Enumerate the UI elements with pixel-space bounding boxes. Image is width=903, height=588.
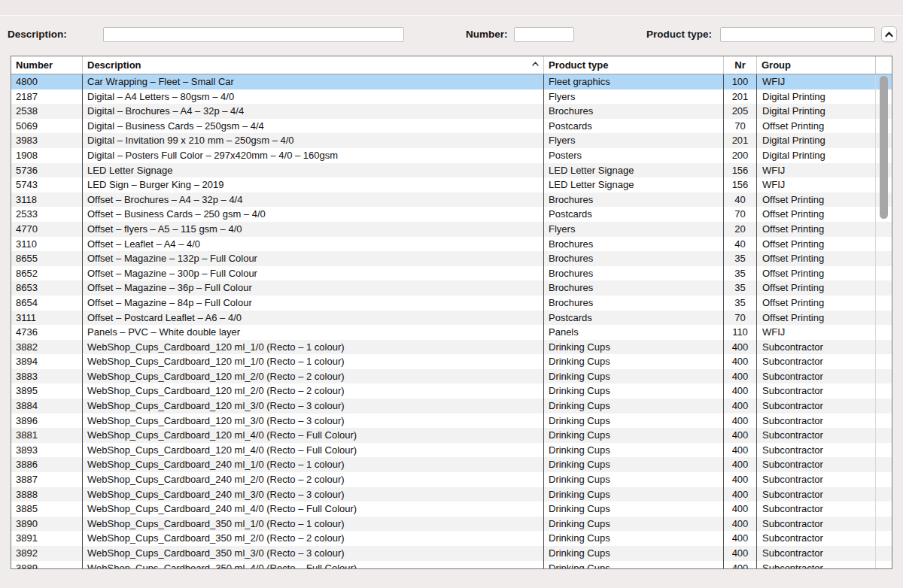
cell-product-type: LED Letter Signage [544, 163, 724, 178]
table-row[interactable]: 8652 Offset – Magazine – 300p – Full Col… [11, 266, 892, 281]
table-row[interactable]: 4736 Panels – PVC – White double layer P… [11, 325, 892, 340]
cell-scroll-gutter [876, 237, 892, 252]
cell-description: Panels – PVC – White double layer [83, 325, 544, 340]
table-row[interactable]: 2533 Offset – Business Cards – 250 gsm –… [11, 207, 892, 222]
table-row[interactable]: 1908 Digital – Posters Full Color – 297x… [11, 148, 892, 163]
table-row[interactable]: 3884 WebShop_Cups_Cardboard_120 ml_3/0 (… [11, 399, 892, 414]
cell-number: 4800 [11, 74, 83, 89]
table-row[interactable]: 3890 WebShop_Cups_Cardboard_350 ml_1/0 (… [11, 517, 892, 532]
table-row[interactable]: 3110 Offset – Leaflet – A4 – 4/0 Brochur… [11, 237, 892, 252]
table-row[interactable]: 3983 Digital – Invitation 99 x 210 mm – … [11, 133, 892, 148]
cell-scroll-gutter [876, 561, 892, 568]
cell-nr: 400 [724, 502, 757, 517]
chevron-up-icon [885, 32, 893, 38]
description-filter-input[interactable] [103, 27, 404, 42]
column-header-nr[interactable]: Nr [724, 56, 757, 74]
cell-description: Offset – Magazine – 132p – Full Colour [83, 251, 544, 266]
table-row[interactable]: 3894 WebShop_Cups_Cardboard_120 ml_1/0 (… [11, 354, 892, 369]
cell-nr: 400 [724, 354, 757, 369]
cell-scroll-gutter [876, 399, 892, 414]
cell-scroll-gutter [876, 443, 892, 458]
cell-scroll-gutter [876, 546, 892, 561]
table-row[interactable]: 3881 WebShop_Cups_Cardboard_120 ml_4/0 (… [11, 428, 892, 443]
table-row[interactable]: 3891 WebShop_Cups_Cardboard_350 ml_2/0 (… [11, 531, 892, 546]
cell-product-type: Flyers [544, 222, 724, 237]
cell-description: WebShop_Cups_Cardboard_120 ml_1/0 (Recto… [83, 340, 544, 355]
vertical-scrollbar-thumb[interactable] [880, 76, 888, 219]
cell-number: 3885 [11, 502, 83, 517]
cell-number: 3118 [11, 192, 83, 208]
table-row[interactable]: 5743 LED Sign – Burger King – 2019 LED L… [11, 177, 892, 192]
cell-number: 2187 [11, 89, 83, 105]
table-row[interactable]: 3882 WebShop_Cups_Cardboard_120 ml_1/0 (… [11, 340, 892, 355]
table-row[interactable]: 8654 Offset – Magazine – 84p – Full Colo… [11, 296, 892, 311]
cell-description: LED Letter Signage [83, 163, 544, 178]
cell-nr: 40 [724, 192, 757, 208]
cell-scroll-gutter [876, 531, 892, 546]
table-row[interactable]: 3896 WebShop_Cups_Cardboard_120 ml_3/0 (… [11, 414, 892, 429]
product-type-filter-input[interactable] [720, 27, 875, 42]
table-row[interactable]: 8653 Offset – Magazine – 36p – Full Colo… [11, 280, 892, 296]
column-header-description[interactable]: Description [83, 56, 544, 74]
product-type-filter-label: Product type: [646, 27, 712, 42]
cell-nr: 201 [724, 133, 757, 148]
cell-nr: 400 [724, 443, 757, 458]
cell-number: 4736 [11, 325, 83, 340]
cell-description: Offset – Magazine – 36p – Full Colour [83, 280, 544, 296]
table-row[interactable]: 2538 Digital – Brochures – A4 – 32p – 4/… [11, 104, 892, 119]
cell-nr: 400 [724, 457, 757, 472]
cell-description: WebShop_Cups_Cardboard_350 ml_4/0 (Recto… [83, 561, 544, 568]
table-row[interactable]: 3118 Offset – Brochures – A4 – 32p – 4/4… [11, 192, 892, 208]
table-row[interactable]: 3887 WebShop_Cups_Cardboard_240 ml_2/0 (… [11, 472, 892, 487]
cell-description: Offset – Magazine – 300p – Full Colour [83, 266, 544, 281]
cell-number: 3889 [11, 561, 83, 568]
table-row[interactable]: 3888 WebShop_Cups_Cardboard_240 ml_3/0 (… [11, 487, 892, 502]
table-body: 4800 Car Wrapping – Fleet – Small Car Fl… [11, 74, 892, 568]
cell-description: WebShop_Cups_Cardboard_240 ml_2/0 (Recto… [83, 472, 544, 487]
cell-number: 5736 [11, 163, 83, 178]
cell-product-type: Flyers [544, 133, 724, 148]
collapse-filters-button[interactable] [881, 26, 897, 42]
column-header-number[interactable]: Number [11, 56, 83, 74]
table-row[interactable]: 4770 Offset – flyers – A5 – 115 gsm – 4/… [11, 222, 892, 237]
table-row[interactable]: 3111 Offset – Postcard Leaflet – A6 – 4/… [11, 311, 892, 326]
cell-number: 3891 [11, 531, 83, 546]
table-row[interactable]: 2187 Digital – A4 Letters – 80gsm – 4/0 … [11, 89, 892, 105]
table-row[interactable]: 3893 WebShop_Cups_Cardboard_120 ml_4/0 (… [11, 443, 892, 458]
cell-scroll-gutter [876, 354, 892, 369]
table-row[interactable]: 3895 WebShop_Cups_Cardboard_120 ml_2/0 (… [11, 383, 892, 399]
number-filter-input[interactable] [514, 27, 574, 42]
cell-nr: 400 [724, 428, 757, 443]
table-row[interactable]: 8655 Offset – Magazine – 132p – Full Col… [11, 251, 892, 266]
cell-nr: 400 [724, 399, 757, 414]
table-row[interactable]: 3883 WebShop_Cups_Cardboard_120 ml_2/0 (… [11, 369, 892, 384]
cell-product-type: Drinking Cups [544, 517, 724, 532]
cell-number: 3881 [11, 428, 83, 443]
table-row[interactable]: 3886 WebShop_Cups_Cardboard_240 ml_1/0 (… [11, 457, 892, 472]
cell-product-type: Brochures [544, 251, 724, 266]
table-row[interactable]: 5736 LED Letter Signage LED Letter Signa… [11, 163, 892, 178]
cell-number: 3888 [11, 487, 83, 502]
table-row[interactable]: 3885 WebShop_Cups_Cardboard_240 ml_4/0 (… [11, 502, 892, 517]
table-row[interactable]: 4800 Car Wrapping – Fleet – Small Car Fl… [11, 74, 892, 89]
table-row[interactable]: 5069 Digital – Business Cards – 250gsm –… [11, 119, 892, 134]
cell-group: Offset Printing [757, 119, 876, 134]
cell-group: Subcontractor [757, 487, 876, 502]
cell-group: Subcontractor [757, 399, 876, 414]
cell-description: WebShop_Cups_Cardboard_120 ml_4/0 (Recto… [83, 428, 544, 443]
table-row[interactable]: 3889 WebShop_Cups_Cardboard_350 ml_4/0 (… [11, 561, 892, 568]
cell-description: Digital – Invitation 99 x 210 mm – 250gs… [83, 133, 544, 148]
cell-product-type: Drinking Cups [544, 546, 724, 561]
cell-number: 3884 [11, 399, 83, 414]
cell-scroll-gutter [876, 487, 892, 502]
cell-product-type: Brochures [544, 266, 724, 281]
table-row[interactable]: 3892 WebShop_Cups_Cardboard_350 ml_3/0 (… [11, 546, 892, 561]
cell-group: Digital Printing [757, 89, 876, 105]
column-header-group[interactable]: Group [757, 56, 876, 74]
cell-group: Subcontractor [757, 531, 876, 546]
cell-description: WebShop_Cups_Cardboard_120 ml_4/0 (Recto… [83, 443, 544, 458]
cell-product-type: Brochures [544, 296, 724, 311]
cell-nr: 110 [724, 325, 757, 340]
cell-number: 2538 [11, 104, 83, 119]
column-header-product-type[interactable]: Product type [544, 56, 724, 74]
